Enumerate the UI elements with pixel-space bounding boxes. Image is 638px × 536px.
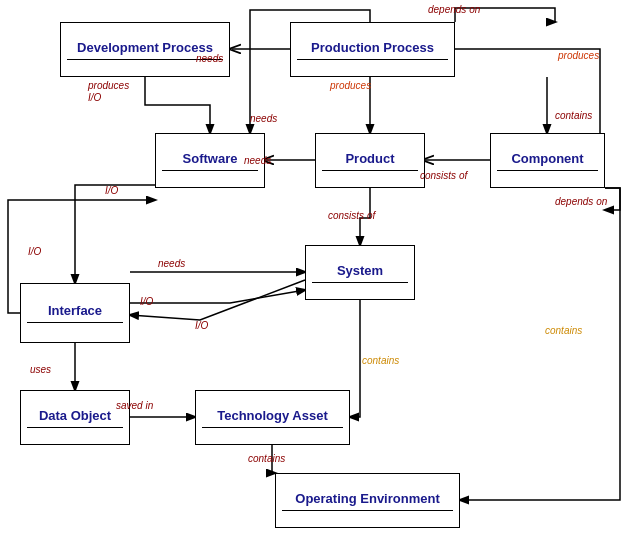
label-contains-2: contains — [362, 355, 399, 366]
interface-label: Interface — [48, 303, 102, 318]
label-needs-3: needs — [158, 258, 185, 269]
label-io-5: I/O — [195, 320, 208, 331]
data-object-node: Data Object — [20, 390, 130, 445]
label-consists-of-2: consists of — [328, 210, 375, 221]
label-saved-in: saved in — [116, 400, 153, 411]
label-contains-4: contains — [545, 325, 582, 336]
data-object-label: Data Object — [39, 408, 111, 423]
label-produces-1: produces — [330, 80, 371, 91]
label-needs-1: needs — [196, 53, 223, 64]
label-contains-3: contains — [248, 453, 285, 464]
interface-node: Interface — [20, 283, 130, 343]
tech-asset-node: Technology Asset — [195, 390, 350, 445]
op-env-label: Operating Environment — [295, 491, 439, 506]
system-node: System — [305, 245, 415, 300]
tech-asset-label: Technology Asset — [217, 408, 328, 423]
label-io-2: I/O — [28, 246, 41, 257]
label-depends-on: depends on — [428, 4, 480, 15]
label-contains-1: contains — [555, 110, 592, 121]
diagram: Development Process Production Process S… — [0, 0, 638, 536]
label-io-3: I/O — [105, 185, 118, 196]
software-label: Software — [183, 151, 238, 166]
label-io-4: I/O — [140, 296, 153, 307]
dev-process-label: Development Process — [77, 40, 213, 55]
dev-process-node: Development Process — [60, 22, 230, 77]
label-uses: uses — [30, 364, 51, 375]
prod-process-node: Production Process — [290, 22, 455, 77]
label-produces-3: produces — [558, 50, 599, 61]
prod-process-label: Production Process — [311, 40, 434, 55]
system-label: System — [337, 263, 383, 278]
component-node: Component — [490, 133, 605, 188]
product-node: Product — [315, 133, 425, 188]
component-label: Component — [511, 151, 583, 166]
label-depends-on-2: depends on — [555, 196, 607, 207]
label-needs-2: needs — [250, 113, 277, 124]
op-env-node: Operating Environment — [275, 473, 460, 528]
label-consists-of-1: consists of — [420, 170, 467, 181]
product-label: Product — [345, 151, 394, 166]
label-produces-2: produces — [88, 80, 129, 91]
label-io-1: I/O — [88, 92, 101, 103]
label-needs-4: needs — [244, 155, 271, 166]
